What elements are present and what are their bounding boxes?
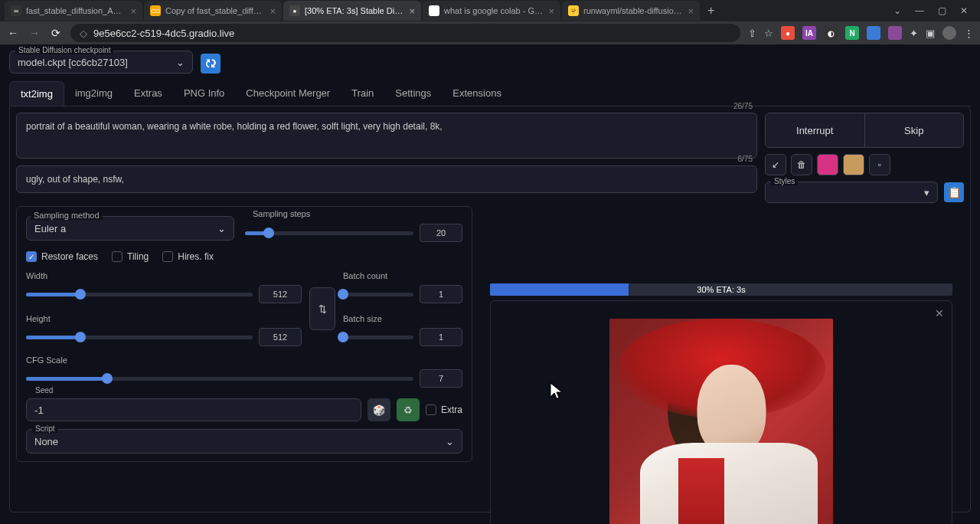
close-tab-icon[interactable]: × bbox=[270, 5, 276, 17]
side-panel-icon[interactable]: ▣ bbox=[926, 28, 935, 39]
generation-controls: Sampling method Euler a ⌄ Sampling steps bbox=[16, 206, 472, 462]
output-frame: ✕ bbox=[490, 300, 952, 524]
sampling-steps-value[interactable]: 20 bbox=[420, 224, 462, 242]
site-info-icon[interactable]: ◇ bbox=[80, 28, 87, 39]
chevron-down-icon: ⌄ bbox=[176, 57, 185, 68]
sampling-steps-slider[interactable] bbox=[245, 231, 413, 235]
tab-label: what is google colab - Googl bbox=[444, 6, 544, 15]
tab-extras[interactable]: Extras bbox=[123, 81, 173, 106]
close-tab-icon[interactable]: × bbox=[409, 5, 415, 17]
trash-button[interactable]: 🗑 bbox=[791, 154, 812, 175]
negative-prompt-input[interactable] bbox=[16, 165, 757, 193]
refresh-checkpoint-button[interactable]: 🗘 bbox=[201, 54, 220, 74]
batch-count-value[interactable]: 1 bbox=[420, 285, 462, 303]
browser-tab[interactable]: COCopy of fast_stable_diffusion× bbox=[144, 1, 282, 21]
width-value[interactable]: 512 bbox=[259, 285, 302, 303]
cfg-slider[interactable] bbox=[26, 377, 413, 381]
forward-button[interactable]: → bbox=[28, 27, 41, 39]
extensions-icon[interactable]: ✦ bbox=[910, 28, 918, 39]
skip-button[interactable]: Skip bbox=[865, 113, 964, 147]
width-slider[interactable] bbox=[26, 293, 253, 296]
tab-extensions[interactable]: Extensions bbox=[442, 81, 512, 106]
style-button-1[interactable] bbox=[817, 154, 838, 175]
url-input[interactable]: ◇ 9e5e6cc2-c519-4dc5.gradio.live bbox=[70, 24, 740, 42]
hires-fix-checkbox[interactable]: Hires. fix bbox=[162, 251, 214, 262]
browser-tab[interactable]: Gwhat is google colab - Googl× bbox=[423, 1, 560, 21]
menu-icon[interactable]: ⋮ bbox=[964, 28, 974, 39]
close-tab-icon[interactable]: × bbox=[548, 5, 554, 17]
interrupt-button[interactable]: Interrupt bbox=[766, 113, 865, 147]
extension-icon-5[interactable] bbox=[867, 26, 880, 40]
browser-tab[interactable]: ∞fast_stable_diffusion_AUTOMA× bbox=[5, 1, 142, 21]
tab-checkpoint-merger[interactable]: Checkpoint Merger bbox=[235, 81, 341, 106]
positive-token-count: 26/75 bbox=[733, 102, 753, 110]
batch-size-value[interactable]: 1 bbox=[420, 328, 462, 346]
tab-img2img[interactable]: img2img bbox=[64, 81, 123, 106]
tab-label: Copy of fast_stable_diffusion bbox=[165, 6, 265, 15]
script-label: Script bbox=[32, 424, 58, 433]
height-value[interactable]: 512 bbox=[259, 328, 302, 346]
style-button-2[interactable] bbox=[843, 154, 864, 175]
tiling-checkbox[interactable]: Tiling bbox=[112, 251, 149, 262]
extension-icon-3[interactable]: ◐ bbox=[824, 26, 838, 40]
maximize-icon[interactable]: ▢ bbox=[938, 5, 946, 16]
extension-icon-6[interactable] bbox=[888, 26, 902, 40]
browser-chrome: ∞fast_stable_diffusion_AUTOMA×COCopy of … bbox=[0, 0, 980, 44]
tab-settings[interactable]: Settings bbox=[384, 81, 442, 106]
batch-size-slider[interactable] bbox=[343, 336, 413, 339]
toolbar-icons: ⇧ ☆ ● IA ◐ N ✦ ▣ ⋮ bbox=[748, 26, 974, 40]
swap-dimensions-button[interactable]: ⇅ bbox=[309, 287, 335, 330]
arrow-button[interactable]: ↙ bbox=[765, 154, 786, 175]
extension-icon-2[interactable]: IA bbox=[802, 26, 816, 40]
save-style-button[interactable]: ▫ bbox=[869, 154, 890, 175]
close-output-button[interactable]: ✕ bbox=[935, 307, 944, 319]
profile-icon[interactable] bbox=[942, 26, 956, 40]
browser-tab[interactable]: ●[30% ETA: 3s] Stable Diffusion× bbox=[283, 1, 421, 21]
chevron-down-icon: ⌄ bbox=[446, 436, 454, 447]
new-tab-button[interactable]: + bbox=[701, 4, 720, 18]
script-select[interactable]: None ⌄ bbox=[26, 429, 462, 454]
chevron-down-icon: ⌄ bbox=[217, 223, 226, 234]
reload-button[interactable]: ⟳ bbox=[49, 27, 63, 39]
seed-input[interactable] bbox=[26, 398, 361, 421]
favicon-icon: 🤗 bbox=[568, 5, 579, 16]
seed-label: Seed bbox=[32, 386, 56, 395]
restore-faces-checkbox[interactable]: Restore faces bbox=[26, 251, 98, 262]
cfg-value[interactable]: 7 bbox=[420, 369, 462, 388]
progress-text: 30% ETA: 3s bbox=[697, 285, 745, 294]
height-label: Height bbox=[26, 314, 302, 323]
apply-styles-button[interactable]: 📋 bbox=[944, 182, 964, 202]
seed-extra-checkbox[interactable]: Extra bbox=[426, 404, 462, 415]
browser-tab[interactable]: 🤗runwayml/stable-diffusion-v1× bbox=[562, 1, 700, 21]
main-tabs: txt2imgimg2imgExtrasPNG InfoCheckpoint M… bbox=[9, 81, 971, 106]
close-tab-icon[interactable]: × bbox=[688, 5, 694, 17]
back-button[interactable]: ← bbox=[6, 27, 20, 39]
tab-train[interactable]: Train bbox=[341, 81, 384, 106]
action-buttons: Interrupt Skip bbox=[765, 113, 964, 148]
close-tab-icon[interactable]: × bbox=[130, 5, 136, 17]
negative-token-count: 6/75 bbox=[738, 155, 753, 163]
checkpoint-label: Stable Diffusion checkpoint bbox=[15, 46, 113, 54]
favicon-icon: G bbox=[429, 5, 439, 16]
positive-prompt-input[interactable] bbox=[16, 113, 757, 159]
extension-icon-1[interactable]: ● bbox=[781, 26, 795, 40]
progress-bar: 30% ETA: 3s bbox=[490, 283, 952, 296]
dice-icon: 🎲 bbox=[373, 404, 385, 416]
tab-txt2img[interactable]: txt2img bbox=[9, 81, 64, 106]
batch-count-slider[interactable] bbox=[343, 293, 413, 296]
extension-icon-4[interactable]: N bbox=[845, 26, 859, 40]
height-slider[interactable] bbox=[26, 336, 253, 339]
reuse-seed-button[interactable]: ♻ bbox=[397, 398, 420, 421]
mini-button-row: ↙ 🗑 ▫ bbox=[765, 154, 964, 175]
chevron-down-icon[interactable]: ⌄ bbox=[893, 5, 901, 16]
generated-image[interactable] bbox=[609, 319, 833, 524]
close-window-icon[interactable]: ✕ bbox=[960, 5, 968, 16]
random-seed-button[interactable]: 🎲 bbox=[368, 398, 390, 421]
arrow-icon: ↙ bbox=[772, 159, 779, 170]
width-label: Width bbox=[26, 271, 302, 280]
minimize-icon[interactable]: — bbox=[915, 5, 924, 16]
bookmark-icon[interactable]: ☆ bbox=[764, 28, 773, 39]
trash-icon: 🗑 bbox=[797, 159, 806, 170]
share-icon[interactable]: ⇧ bbox=[748, 28, 756, 39]
tab-png-info[interactable]: PNG Info bbox=[173, 81, 235, 106]
